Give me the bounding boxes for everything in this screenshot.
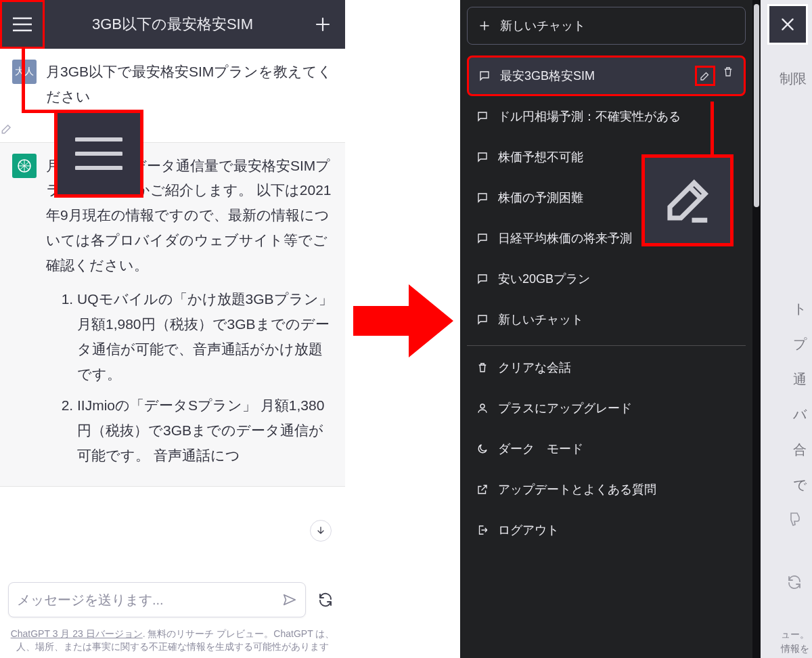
- rename-chat-button[interactable]: [695, 66, 715, 86]
- menu-clear-conversations[interactable]: クリアな会話: [467, 347, 746, 388]
- edit-callout: [641, 154, 734, 246]
- new-chat-button[interactable]: [300, 0, 345, 49]
- plus-icon: [478, 20, 491, 32]
- chat-body: 大人 月3GB以下で最安格安SIMプランを教えてください 月3GB以下のデータ通…: [0, 49, 345, 568]
- scrollbar-thumb[interactable]: [754, 4, 759, 207]
- arrow-down-icon: [315, 525, 326, 536]
- delete-chat-button[interactable]: [722, 66, 734, 86]
- chat-item[interactable]: 安い20GBプラン: [467, 259, 746, 299]
- list-item: IIJmioの「データSプラン」 月額1,380円（税抜）で3GBまでのデータ通…: [77, 393, 333, 468]
- chat-icon: [476, 110, 489, 123]
- user-icon: [476, 402, 489, 414]
- chat-item-label: 最安3GB格安SIM: [500, 68, 685, 84]
- menu-logout[interactable]: ログアウト: [467, 510, 746, 550]
- chat-item-label: 安い20GBプラン: [498, 271, 736, 287]
- chat-item-label: ドル円相場予測：不確実性がある: [498, 108, 736, 125]
- menu-button[interactable]: [0, 0, 45, 49]
- menu-label: ログアウト: [498, 522, 736, 538]
- menu-label: ダーク モード: [498, 441, 736, 457]
- chat-screen: 3GB以下の最安格安SIM 大人 月3GB以下で最安格安SIMプランを教えてくだ…: [0, 0, 345, 658]
- refresh-icon: [786, 574, 803, 590]
- sidebar-scrollbar[interactable]: [752, 0, 761, 658]
- callout-connector: [710, 102, 714, 157]
- openai-icon: [16, 158, 32, 174]
- edit-icon: [0, 122, 14, 135]
- header-bar: 3GB以下の最安格安SIM: [0, 0, 345, 49]
- chat-item[interactable]: ドル円相場予測：不確実性がある: [467, 96, 746, 137]
- close-menu-button[interactable]: [767, 4, 808, 45]
- list-item: UQモバイルの「かけ放題3GBプラン」 月額1,980円（税抜）で3GBまでのデ…: [77, 287, 333, 387]
- thumbs-down-icon: [786, 510, 803, 527]
- hamburger-icon: [75, 135, 122, 172]
- chat-icon: [476, 273, 489, 285]
- footer-note: ChatGPT 3 月 23 日バージョン. 無料のリサーチ プレビュー。Cha…: [8, 628, 337, 654]
- callout-connector: [22, 49, 25, 111]
- trash-icon: [722, 66, 734, 78]
- menu-faq[interactable]: アップデートとよくある質問: [467, 469, 746, 510]
- hamburger-icon: [13, 17, 32, 32]
- menu-dark-mode[interactable]: ダーク モード: [467, 429, 746, 469]
- edit-icon: [699, 70, 711, 82]
- chat-icon: [476, 313, 489, 326]
- logout-icon: [476, 524, 489, 536]
- new-chat-label: 新しいチャット: [500, 18, 585, 34]
- menu-upgrade[interactable]: プラスにアップグレード: [467, 388, 746, 429]
- input-area: メッセージを送ります...: [8, 582, 337, 617]
- plus-icon: [315, 16, 331, 32]
- edit-message-button[interactable]: [0, 120, 345, 142]
- sidebar-menu: クリアな会話 プラスにアップグレード ダーク モード アップデートとよくある質問…: [467, 346, 746, 550]
- new-chat-button[interactable]: 新しいチャット: [467, 7, 746, 45]
- chat-item-active[interactable]: 最安3GB格安SIM: [467, 56, 746, 96]
- assistant-message-text: 月3GB以下のデータ通信量で最安格安SIMプランをいくつかご紹介します。 以下は…: [46, 154, 333, 475]
- chat-icon: [476, 151, 489, 163]
- trash-icon: [476, 361, 489, 374]
- menu-screen: 制限 ト プ 通 バ 合 で ュー。 情報を 新しいチャット 最安3GB格安SI…: [460, 0, 812, 658]
- menu-label: クリアな会話: [498, 359, 736, 376]
- assistant-avatar: [12, 154, 37, 178]
- dim-body-text: ト プ 通 バ 合 で: [793, 291, 807, 502]
- refresh-icon: [317, 592, 334, 608]
- chat-icon: [476, 192, 489, 204]
- scroll-down-button[interactable]: [310, 520, 332, 542]
- chat-item-label: 新しいチャット: [498, 311, 736, 328]
- regenerate-button[interactable]: [314, 588, 337, 611]
- user-message-text: 月3GB以下で最安格安SIMプランを教えてください: [46, 60, 333, 110]
- chat-icon: [478, 70, 491, 82]
- hamburger-callout: [54, 110, 143, 198]
- edit-icon: [661, 174, 714, 227]
- chat-icon: [476, 232, 489, 244]
- callout-connector: [22, 110, 57, 113]
- assistant-list: UQモバイルの「かけ放題3GBプラン」 月額1,980円（税抜）で3GBまでのデ…: [46, 287, 333, 468]
- menu-label: プラスにアップグレード: [498, 400, 736, 416]
- svg-point-1: [480, 404, 484, 408]
- footer-version[interactable]: ChatGPT 3 月 23 日バージョン: [11, 628, 143, 639]
- moon-icon: [476, 443, 489, 455]
- close-icon: [779, 16, 796, 33]
- assistant-message-row: 月3GB以下のデータ通信量で最安格安SIMプランをいくつかご紹介します。 以下は…: [0, 142, 345, 487]
- chat-item[interactable]: 新しいチャット: [467, 299, 746, 340]
- send-icon[interactable]: [282, 592, 297, 607]
- arrow-icon: [353, 284, 453, 357]
- dim-header-text: 制限: [780, 61, 807, 96]
- external-link-icon: [476, 483, 489, 496]
- message-input[interactable]: メッセージを送ります...: [8, 582, 306, 617]
- sidebar: 新しいチャット 最安3GB格安SIM ドル円相場予測：不確実性がある: [460, 0, 752, 658]
- dim-footer-text: ュー。 情報を: [781, 628, 809, 655]
- message-placeholder: メッセージを送ります...: [17, 591, 164, 609]
- chat-title: 3GB以下の最安格安SIM: [45, 14, 300, 35]
- menu-label: アップデートとよくある質問: [498, 481, 736, 498]
